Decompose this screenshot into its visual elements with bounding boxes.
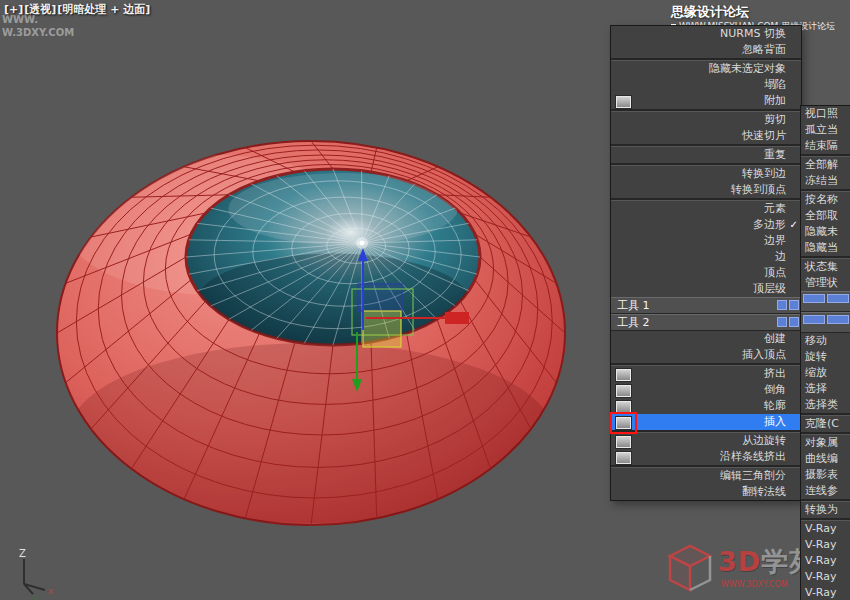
site-logo: 3D学苑 WWW.3DXY.COM — [660, 536, 800, 600]
blue-square-icon — [827, 315, 849, 324]
menu-item[interactable]: 编辑三角剖分 — [611, 468, 801, 484]
menu-item[interactable]: 创建 — [611, 331, 801, 347]
menu-item[interactable]: 塌陷 — [611, 77, 801, 93]
menu-item[interactable]: V-Ray — [801, 537, 850, 553]
menu-item[interactable]: 边 — [611, 249, 801, 265]
menu-item[interactable]: 挤出 — [611, 366, 801, 382]
menu-item[interactable]: 克隆(C — [801, 416, 850, 432]
menu-item[interactable]: 插入 — [611, 414, 801, 430]
menu-item[interactable]: V-Ray — [801, 585, 850, 600]
menu-item-label: 插入顶点 — [742, 348, 786, 361]
menu-item-label: 边界 — [764, 234, 786, 247]
menu-item-label: 忽略背面 — [742, 43, 786, 56]
settings-box-icon[interactable] — [616, 385, 631, 397]
quad-menu-header[interactable]: 工具 2 — [611, 314, 801, 331]
menu-item[interactable]: 转换为 — [801, 502, 850, 518]
menu-item[interactable]: 移动 — [801, 333, 850, 349]
menu-item[interactable]: 重复 — [611, 147, 801, 163]
menu-item-label: 冻结当 — [805, 174, 838, 187]
menu-item[interactable]: 冻结当 — [801, 173, 850, 189]
blue-square-icon — [789, 300, 799, 310]
menu-item-label: 挤出 — [764, 367, 786, 380]
menu-item-label: 结束隔 — [805, 139, 838, 152]
gizmo-plane-handle[interactable] — [363, 311, 401, 347]
menu-item[interactable]: 隐藏未 — [801, 224, 850, 240]
menu-item[interactable]: 全部取 — [801, 208, 850, 224]
blue-square-icon — [777, 300, 787, 310]
menu-item[interactable]: 顶点 — [611, 265, 801, 281]
menu-item[interactable]: 元素 — [611, 201, 801, 217]
axis-z-label: Z — [19, 548, 26, 559]
blue-square-icon — [777, 317, 787, 327]
menu-item[interactable]: 按名称 — [801, 192, 850, 208]
menu-item[interactable]: V-Ray — [801, 569, 850, 585]
menu-item[interactable]: 隐藏未选定对象 — [611, 61, 801, 77]
viewport-menu-plus[interactable]: [+] — [4, 3, 23, 16]
menu-item[interactable]: 转换到顶点 — [611, 182, 801, 198]
menu-item-label: 隐藏当 — [805, 241, 838, 254]
menu-item[interactable]: 轮廓 — [611, 398, 801, 414]
quad-menu-left[interactable]: NURMS 切换忽略背面隐藏未选定对象塌陷附加剪切快速切片重复转换到边转换到顶点… — [610, 25, 802, 501]
quad-menu-header[interactable] — [801, 291, 850, 312]
menu-item-label: 从边旋转 — [742, 434, 786, 447]
watermark-top-right-title: 思缘设计论坛 — [671, 3, 749, 21]
settings-box-icon[interactable] — [616, 436, 631, 448]
menu-item[interactable]: 选择类 — [801, 397, 850, 413]
menu-item-label: 元素 — [764, 202, 786, 215]
settings-box-icon[interactable] — [616, 417, 631, 429]
settings-box-icon[interactable] — [616, 369, 631, 381]
menu-item[interactable]: 选择 — [801, 381, 850, 397]
menu-item[interactable]: 插入顶点 — [611, 347, 801, 363]
world-axis-tripod: Z x y — [6, 546, 58, 600]
menu-item[interactable]: 结束隔 — [801, 138, 850, 154]
menu-item[interactable]: 连线参 — [801, 483, 850, 499]
menu-item[interactable]: 对象属 — [801, 435, 850, 451]
menu-item[interactable]: 缩放 — [801, 365, 850, 381]
menu-item-label: 创建 — [764, 332, 786, 345]
menu-item[interactable]: 全部解 — [801, 157, 850, 173]
menu-item[interactable]: 翻转法线 — [611, 484, 801, 500]
menu-item[interactable]: 旋转 — [801, 349, 850, 365]
settings-box-icon[interactable] — [616, 452, 631, 464]
menu-item[interactable]: 从边旋转 — [611, 433, 801, 449]
menu-item-label: 选择类 — [805, 398, 838, 411]
menu-item-label: 选择 — [805, 382, 827, 395]
menu-item[interactable]: 多边形✓ — [611, 217, 801, 233]
menu-item[interactable]: 曲线编 — [801, 451, 850, 467]
menu-item[interactable]: V-Ray — [801, 521, 850, 537]
menu-item[interactable]: 快速切片 — [611, 128, 801, 144]
menu-item-label: 隐藏未 — [805, 225, 838, 238]
menu-item-label: 转换到顶点 — [731, 183, 786, 196]
menu-item[interactable]: NURMS 切换 — [611, 26, 801, 42]
menu-item[interactable]: 摄影表 — [801, 467, 850, 483]
menu-item[interactable]: 附加 — [611, 93, 801, 109]
menu-item[interactable]: 剪切 — [611, 112, 801, 128]
menu-item[interactable]: 顶层级 — [611, 281, 801, 297]
menu-item[interactable]: 孤立当 — [801, 122, 850, 138]
quad-menu-right[interactable]: 视口照孤立当结束隔全部解冻结当按名称全部取隐藏未隐藏当状态集管理状移动旋转缩放选… — [800, 105, 850, 600]
quad-menu-header[interactable] — [801, 312, 850, 333]
menu-item-label: 编辑三角剖分 — [720, 469, 786, 482]
settings-box-icon[interactable] — [616, 96, 631, 108]
menu-item[interactable]: 边界 — [611, 233, 801, 249]
menu-item[interactable]: 隐藏当 — [801, 240, 850, 256]
menu-item[interactable]: 沿样条线挤出 — [611, 449, 801, 465]
menu-item[interactable]: 倒角 — [611, 382, 801, 398]
viewport-menu-shading[interactable]: [明暗处理 + 边面] — [57, 3, 150, 16]
menu-item-label: 边 — [775, 250, 786, 263]
menu-item[interactable]: 视口照 — [801, 106, 850, 122]
menu-item[interactable]: 转换到边 — [611, 166, 801, 182]
viewport-menu-view[interactable]: [透视] — [24, 3, 56, 16]
menu-item-label: V-Ray — [805, 522, 837, 535]
menu-item[interactable]: 管理状 — [801, 275, 850, 291]
blue-square-icon — [803, 315, 825, 324]
menu-item-label: 状态集 — [805, 260, 838, 273]
menu-item[interactable]: 忽略背面 — [611, 42, 801, 58]
menu-item-label: 顶层级 — [753, 282, 786, 295]
menu-item[interactable]: V-Ray — [801, 553, 850, 569]
quad-menu-header[interactable]: 工具 1 — [611, 297, 801, 314]
menu-item-label: V-Ray — [805, 538, 837, 551]
menu-item[interactable]: 状态集 — [801, 259, 850, 275]
menu-item-label: 全部解 — [805, 158, 838, 171]
menu-item-label: 倒角 — [764, 383, 786, 396]
